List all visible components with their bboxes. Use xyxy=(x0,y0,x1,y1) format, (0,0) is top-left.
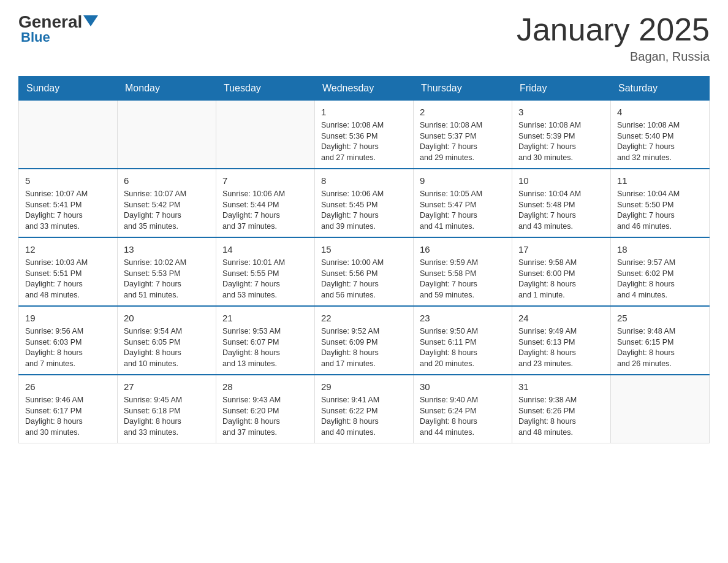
calendar-week-row: 19Sunrise: 9:56 AM Sunset: 6:03 PM Dayli… xyxy=(19,306,710,375)
day-number: 13 xyxy=(124,243,210,256)
calendar-cell xyxy=(611,375,710,443)
calendar-cell: 2Sunrise: 10:08 AM Sunset: 5:37 PM Dayli… xyxy=(414,101,512,169)
calendar-cell: 7Sunrise: 10:06 AM Sunset: 5:44 PM Dayli… xyxy=(216,169,315,237)
day-info: Sunrise: 10:07 AM Sunset: 5:42 PM Daylig… xyxy=(124,189,210,232)
calendar-week-row: 26Sunrise: 9:46 AM Sunset: 6:17 PM Dayli… xyxy=(19,375,710,443)
day-info: Sunrise: 10:08 AM Sunset: 5:39 PM Daylig… xyxy=(518,120,604,163)
calendar-table: SundayMondayTuesdayWednesdayThursdayFrid… xyxy=(18,76,710,443)
day-info: Sunrise: 10:08 AM Sunset: 5:37 PM Daylig… xyxy=(420,120,506,163)
day-number: 8 xyxy=(321,174,407,187)
calendar-header-tuesday: Tuesday xyxy=(216,77,315,101)
day-number: 27 xyxy=(124,380,210,393)
day-info: Sunrise: 10:08 AM Sunset: 5:40 PM Daylig… xyxy=(617,120,703,163)
calendar-cell: 31Sunrise: 9:38 AM Sunset: 6:26 PM Dayli… xyxy=(512,375,611,443)
calendar-cell: 5Sunrise: 10:07 AM Sunset: 5:41 PM Dayli… xyxy=(19,169,118,237)
calendar-cell: 20Sunrise: 9:54 AM Sunset: 6:05 PM Dayli… xyxy=(118,306,216,375)
day-info: Sunrise: 9:53 AM Sunset: 6:07 PM Dayligh… xyxy=(222,326,308,369)
day-info: Sunrise: 9:50 AM Sunset: 6:11 PM Dayligh… xyxy=(420,326,506,369)
calendar-cell: 12Sunrise: 10:03 AM Sunset: 5:51 PM Dayl… xyxy=(19,237,118,306)
day-number: 16 xyxy=(420,243,506,256)
month-title: January 2025 xyxy=(517,12,710,47)
calendar-cell xyxy=(216,101,315,169)
calendar-header-wednesday: Wednesday xyxy=(315,77,414,101)
calendar-cell: 22Sunrise: 9:52 AM Sunset: 6:09 PM Dayli… xyxy=(315,306,414,375)
calendar-cell: 10Sunrise: 10:04 AM Sunset: 5:48 PM Dayl… xyxy=(512,169,611,237)
day-info: Sunrise: 10:06 AM Sunset: 5:45 PM Daylig… xyxy=(321,189,407,232)
day-number: 23 xyxy=(420,312,506,324)
day-number: 2 xyxy=(420,105,506,118)
day-info: Sunrise: 10:04 AM Sunset: 5:48 PM Daylig… xyxy=(518,189,604,232)
calendar-cell xyxy=(19,101,118,169)
day-info: Sunrise: 9:41 AM Sunset: 6:22 PM Dayligh… xyxy=(321,395,407,438)
day-number: 19 xyxy=(25,312,111,324)
day-info: Sunrise: 9:48 AM Sunset: 6:15 PM Dayligh… xyxy=(617,326,703,369)
day-info: Sunrise: 9:43 AM Sunset: 6:20 PM Dayligh… xyxy=(222,395,308,438)
day-info: Sunrise: 10:04 AM Sunset: 5:50 PM Daylig… xyxy=(617,189,703,232)
day-number: 17 xyxy=(518,243,604,256)
day-info: Sunrise: 9:46 AM Sunset: 6:17 PM Dayligh… xyxy=(25,395,111,438)
day-number: 25 xyxy=(617,312,703,324)
day-number: 11 xyxy=(617,174,703,187)
calendar-cell: 24Sunrise: 9:49 AM Sunset: 6:13 PM Dayli… xyxy=(512,306,611,375)
day-info: Sunrise: 9:49 AM Sunset: 6:13 PM Dayligh… xyxy=(518,326,604,369)
calendar-cell: 9Sunrise: 10:05 AM Sunset: 5:47 PM Dayli… xyxy=(414,169,512,237)
day-number: 7 xyxy=(222,174,308,187)
day-info: Sunrise: 9:56 AM Sunset: 6:03 PM Dayligh… xyxy=(25,326,111,369)
day-info: Sunrise: 10:07 AM Sunset: 5:41 PM Daylig… xyxy=(25,189,111,232)
day-number: 20 xyxy=(124,312,210,324)
calendar-cell: 8Sunrise: 10:06 AM Sunset: 5:45 PM Dayli… xyxy=(315,169,414,237)
calendar-cell: 1Sunrise: 10:08 AM Sunset: 5:36 PM Dayli… xyxy=(315,101,414,169)
day-number: 26 xyxy=(25,380,111,393)
calendar-cell: 14Sunrise: 10:01 AM Sunset: 5:55 PM Dayl… xyxy=(216,237,315,306)
day-info: Sunrise: 10:00 AM Sunset: 5:56 PM Daylig… xyxy=(321,258,407,301)
calendar-cell: 28Sunrise: 9:43 AM Sunset: 6:20 PM Dayli… xyxy=(216,375,315,443)
day-info: Sunrise: 9:52 AM Sunset: 6:09 PM Dayligh… xyxy=(321,326,407,369)
calendar-cell: 30Sunrise: 9:40 AM Sunset: 6:24 PM Dayli… xyxy=(414,375,512,443)
day-info: Sunrise: 9:57 AM Sunset: 6:02 PM Dayligh… xyxy=(617,258,703,301)
calendar-cell xyxy=(118,101,216,169)
calendar-header-friday: Friday xyxy=(512,77,611,101)
calendar-header-saturday: Saturday xyxy=(611,77,710,101)
day-number: 4 xyxy=(617,105,703,118)
day-info: Sunrise: 10:02 AM Sunset: 5:53 PM Daylig… xyxy=(124,258,210,301)
day-number: 18 xyxy=(617,243,703,256)
calendar-cell: 17Sunrise: 9:58 AM Sunset: 6:00 PM Dayli… xyxy=(512,237,611,306)
calendar-cell: 27Sunrise: 9:45 AM Sunset: 6:18 PM Dayli… xyxy=(118,375,216,443)
day-number: 28 xyxy=(222,380,308,393)
logo-triangle-icon xyxy=(83,15,98,26)
day-number: 22 xyxy=(321,312,407,324)
day-number: 1 xyxy=(321,105,407,118)
calendar-header-thursday: Thursday xyxy=(414,77,512,101)
day-info: Sunrise: 10:01 AM Sunset: 5:55 PM Daylig… xyxy=(222,258,308,301)
day-info: Sunrise: 10:05 AM Sunset: 5:47 PM Daylig… xyxy=(420,189,506,232)
calendar-week-row: 5Sunrise: 10:07 AM Sunset: 5:41 PM Dayli… xyxy=(19,169,710,237)
title-section: January 2025 Bagan, Russia xyxy=(517,12,710,64)
calendar-header-row: SundayMondayTuesdayWednesdayThursdayFrid… xyxy=(19,77,710,101)
calendar-week-row: 1Sunrise: 10:08 AM Sunset: 5:36 PM Dayli… xyxy=(19,101,710,169)
calendar-cell: 21Sunrise: 9:53 AM Sunset: 6:07 PM Dayli… xyxy=(216,306,315,375)
day-number: 10 xyxy=(518,174,604,187)
day-number: 12 xyxy=(25,243,111,256)
calendar-week-row: 12Sunrise: 10:03 AM Sunset: 5:51 PM Dayl… xyxy=(19,237,710,306)
calendar-header-sunday: Sunday xyxy=(19,77,118,101)
calendar-cell: 15Sunrise: 10:00 AM Sunset: 5:56 PM Dayl… xyxy=(315,237,414,306)
day-info: Sunrise: 10:08 AM Sunset: 5:36 PM Daylig… xyxy=(321,120,407,163)
location-text: Bagan, Russia xyxy=(517,50,710,64)
day-number: 9 xyxy=(420,174,506,187)
day-number: 3 xyxy=(518,105,604,118)
day-number: 15 xyxy=(321,243,407,256)
calendar-cell: 18Sunrise: 9:57 AM Sunset: 6:02 PM Dayli… xyxy=(611,237,710,306)
day-info: Sunrise: 9:58 AM Sunset: 6:00 PM Dayligh… xyxy=(518,258,604,301)
calendar-cell: 11Sunrise: 10:04 AM Sunset: 5:50 PM Dayl… xyxy=(611,169,710,237)
calendar-cell: 3Sunrise: 10:08 AM Sunset: 5:39 PM Dayli… xyxy=(512,101,611,169)
calendar-cell: 4Sunrise: 10:08 AM Sunset: 5:40 PM Dayli… xyxy=(611,101,710,169)
day-info: Sunrise: 9:45 AM Sunset: 6:18 PM Dayligh… xyxy=(124,395,210,438)
day-info: Sunrise: 9:59 AM Sunset: 5:58 PM Dayligh… xyxy=(420,258,506,301)
day-info: Sunrise: 9:38 AM Sunset: 6:26 PM Dayligh… xyxy=(518,395,604,438)
logo-blue-text: Blue xyxy=(21,29,50,45)
day-number: 29 xyxy=(321,380,407,393)
calendar-cell: 29Sunrise: 9:41 AM Sunset: 6:22 PM Dayli… xyxy=(315,375,414,443)
day-info: Sunrise: 9:54 AM Sunset: 6:05 PM Dayligh… xyxy=(124,326,210,369)
day-number: 5 xyxy=(25,174,111,187)
calendar-cell: 25Sunrise: 9:48 AM Sunset: 6:15 PM Dayli… xyxy=(611,306,710,375)
